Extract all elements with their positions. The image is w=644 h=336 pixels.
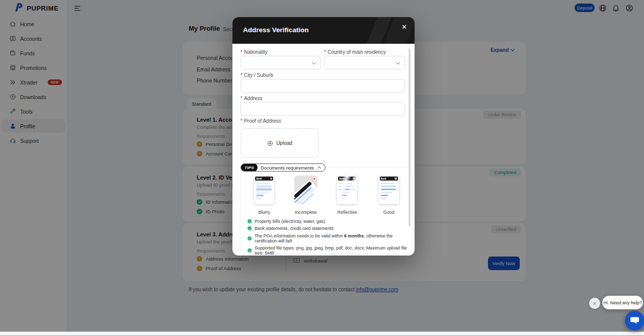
example-caption: Reflective [327,210,368,215]
required-asterisk: * [240,72,243,78]
bullet-item: ✓ Property bills (electricity, water, ga… [248,219,412,224]
approved-dot-icon [394,178,397,180]
example-blurry: Bank [244,176,285,204]
nationality-label: *Nationality [240,49,268,55]
horizontal-scrollbar[interactable] [0,331,644,336]
address-verification-modal: Address Verification ✕ *Nationality *Cou… [232,17,415,256]
app-window: PUPRIME Home Accounts Funds Promotions X… [0,0,644,336]
upload-dropzone[interactable]: Upload [240,128,319,158]
check-icon: ✓ [248,248,252,253]
modal-header: Address Verification ✕ [232,17,415,44]
good-doc-illustration: Bank [379,176,399,204]
reflective-doc-illustration: Bank [337,176,357,204]
bullet-item: ✓ Supported file types: png, jpg, jpeg, … [248,245,412,256]
check-icon: ✓ [248,236,252,240]
city-label: *City / Suburb [240,72,273,78]
document-requirements-panel: Bank Bank Bank [240,167,413,254]
check-icon: ✓ [248,226,252,230]
address-input[interactable] [240,102,405,116]
required-asterisk: * [324,49,326,55]
example-reflective: Bank [327,176,368,204]
chat-bubble-icon [630,316,639,325]
nationality-select[interactable] [240,56,321,69]
chat-greeting-text: Hi. Need any help? [603,300,642,305]
required-asterisk: * [240,96,243,101]
example-captions: Blurry Incomplete Reflective Good [244,210,410,215]
bullet-item: ✓ The POA information needs to be valid … [248,233,412,243]
doc-header-label: Bank [256,178,262,180]
blurry-doc-illustration: Bank [254,176,274,204]
upload-label: Upload [276,140,292,146]
country-select[interactable] [324,56,405,69]
proof-of-address-label: *Proof of Address [240,118,281,124]
tips-title: Documents requirements [258,165,317,171]
modal-scrollbar-thumb[interactable] [409,49,411,226]
example-caption: Good [368,210,410,215]
close-icon: ✕ [593,301,597,306]
required-asterisk: * [240,118,243,124]
rejected-dot-icon [270,178,273,180]
chat-launcher-button[interactable] [625,311,644,330]
bullet-item: ✓ Bank statements, credit card statement… [248,226,412,231]
required-asterisk: * [240,49,243,55]
tips-collapse-toggle[interactable]: TIPS Documents requirements [240,163,326,172]
check-icon: ✓ [248,219,252,223]
example-incomplete: Bank [285,176,327,204]
chat-greeting-bubble[interactable]: Hi. Need any help? [602,296,643,309]
incomplete-doc-illustration: Bank [294,176,317,204]
example-caption: Blurry [244,210,285,215]
doc-header-label: Bank [381,178,386,180]
rejected-dot-icon [313,178,315,180]
chevron-down-icon [312,60,316,64]
chat-dismiss-button[interactable]: ✕ [589,298,600,309]
example-caption: Incomplete [285,210,327,215]
chevron-down-icon [396,60,400,64]
upload-plus-icon [267,140,273,146]
city-input[interactable] [240,79,405,93]
close-icon[interactable]: ✕ [401,24,407,30]
country-label: *Country of main residency [324,49,386,55]
tips-badge: TIPS [241,163,258,172]
chevron-up-icon [317,166,321,170]
modal-title: Address Verification [243,26,309,34]
requirements-bullet-list: ✓ Property bills (electricity, water, ga… [248,219,412,256]
document-examples: Bank Bank Bank [244,176,410,204]
address-label: *Address [240,96,263,101]
example-good: Bank [368,176,410,204]
